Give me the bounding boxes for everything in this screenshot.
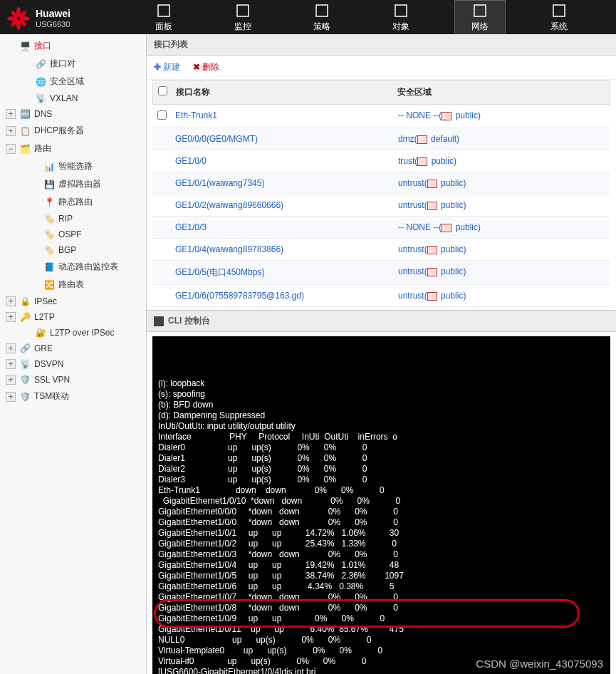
tree-label: SSL VPN (34, 375, 70, 385)
nav-icon (297, 2, 347, 19)
tree-toggle-icon[interactable]: − (6, 144, 16, 154)
tree-toggle-icon[interactable]: + (6, 375, 16, 385)
delete-button[interactable]: ✖ 删除 (193, 62, 219, 72)
interface-link[interactable]: GE1/0/4(waiwang89783866) (175, 244, 283, 254)
add-button[interactable]: ✚ 新建 (154, 62, 180, 72)
zone-text: trust( public) (398, 156, 456, 166)
panel-title: 接口列表 (147, 34, 616, 56)
tree-icon: 🛡️ (19, 392, 31, 402)
logo-area: Huawei USG6630 (0, 1, 107, 34)
cli-console[interactable]: (l): loopback (s): spoofing (b): BFD dow… (152, 336, 610, 674)
sidebar-item-路由表[interactable]: 🔀路由表 (0, 276, 146, 294)
del-label: 删除 (202, 62, 219, 72)
interface-link[interactable]: GE1/0/5(电口450Mbps) (175, 267, 264, 277)
row-checkbox[interactable] (157, 110, 167, 120)
tree-icon: 🏷️ (43, 245, 56, 255)
sidebar-item-DSVPN[interactable]: +📡DSVPN (0, 356, 146, 372)
tree-icon: 💾 (43, 180, 56, 190)
zone-text: untrust( public) (398, 291, 466, 301)
sidebar-item-接口对[interactable]: 🔗接口对 (0, 55, 146, 73)
tree-icon: 📡 (34, 93, 47, 103)
tree-toggle-icon[interactable]: + (6, 392, 16, 402)
interface-link[interactable]: GE1/0/0 (175, 156, 207, 166)
nav-对象[interactable]: 对象 (376, 1, 426, 34)
tree-label: 虚拟路由器 (58, 178, 101, 190)
tree-label: 路由表 (58, 279, 84, 291)
tree-toggle-icon[interactable]: + (6, 126, 16, 136)
interface-link[interactable]: GE1/0/2(waiwang89660666) (175, 200, 283, 210)
terminal-icon (154, 316, 164, 326)
tree-label: L2TP (34, 312, 55, 322)
sidebar-item-IPSec[interactable]: +🔒IPSec (0, 294, 146, 309)
nav-label: 面板 (139, 21, 189, 33)
table-row: GE1/0/3-- NONE --( public) (152, 217, 610, 239)
tree-label: 静态路由 (58, 196, 93, 208)
nav-icon (218, 2, 268, 19)
interface-link[interactable]: GE0/0/0(GE0/MGMT) (175, 134, 258, 144)
tree-label: DHCP服务器 (34, 125, 84, 137)
add-label: 新建 (163, 62, 180, 72)
sidebar-item-智能选路[interactable]: 📊智能选路 (0, 157, 146, 175)
tree-toggle-icon[interactable]: + (6, 343, 16, 353)
tree-label: DNS (34, 109, 52, 119)
watermark: CSDN @weixin_43075093 (476, 658, 603, 670)
interface-link[interactable]: GE1/0/1(waiwang7345) (175, 178, 264, 188)
tree-label: IPSec (34, 296, 57, 306)
tree-icon: 🔤 (19, 109, 31, 119)
sidebar: 🖥️接口🔗接口对🌐安全区域📡VXLAN+🔤DNS+📋DHCP服务器−🗂️路由📊智… (0, 34, 147, 674)
nav-监控[interactable]: 监控 (218, 1, 268, 34)
toolbar: ✚ 新建 ✖ 删除 (147, 56, 616, 80)
svg-rect-9 (237, 5, 249, 16)
sidebar-item-VXLAN[interactable]: 📡VXLAN (0, 90, 146, 106)
highlight-circle (154, 599, 580, 628)
nav-策略[interactable]: 策略 (297, 1, 347, 34)
tree-toggle-icon[interactable]: + (6, 109, 16, 119)
sidebar-item-接口[interactable]: 🖥️接口 (0, 37, 146, 55)
sidebar-item-GRE[interactable]: +🔗GRE (0, 341, 146, 356)
huawei-logo-icon (7, 7, 30, 30)
tree-icon: 🔑 (19, 312, 31, 322)
tree-label: TSM联动 (34, 390, 69, 403)
select-all-checkbox[interactable] (158, 86, 167, 95)
sidebar-item-SSL VPN[interactable]: +🛡️SSL VPN (0, 372, 146, 388)
tree-toggle-icon[interactable]: + (6, 312, 16, 322)
sidebar-item-L2TP over IPSec[interactable]: 🔐L2TP over IPSec (0, 325, 146, 341)
tree-icon: 🖥️ (19, 41, 31, 51)
sidebar-item-TSM联动[interactable]: +🛡️TSM联动 (0, 388, 146, 405)
tree-label: 动态路由监控表 (58, 261, 118, 273)
cli-title: CLI 控制台 (168, 315, 210, 327)
interface-link[interactable]: GE1/0/3 (175, 222, 207, 232)
zone-text: untrust( public) (398, 178, 466, 188)
table-header: 接口名称 安全区域 (152, 80, 610, 105)
tree-toggle-icon[interactable]: + (6, 296, 16, 306)
tree-label: 智能选路 (58, 160, 93, 172)
tree-label: GRE (34, 343, 53, 353)
nav-网络[interactable]: 网络 (455, 1, 505, 34)
nav-面板[interactable]: 面板 (139, 1, 189, 34)
table-row: GE1/0/4(waiwang89783866)untrust( public) (152, 239, 610, 261)
interface-link[interactable]: Eth-Trunk1 (175, 110, 217, 120)
sidebar-item-动态路由监控表[interactable]: 📘动态路由监控表 (0, 258, 146, 276)
nav-系统[interactable]: 系统 (534, 1, 584, 34)
interface-link[interactable]: GE1/0/6(07558978379​5@163.gd) (175, 291, 304, 301)
sidebar-item-L2TP[interactable]: +🔑L2TP (0, 309, 146, 325)
svg-rect-10 (316, 5, 328, 16)
zone-text: dmz( default) (398, 134, 459, 144)
svg-rect-8 (158, 5, 169, 16)
table-row: GE1/0/2(waiwang89660666)untrust( public) (152, 195, 610, 217)
sidebar-item-路由[interactable]: −🗂️路由 (0, 140, 146, 157)
sidebar-item-虚拟路由器[interactable]: 💾虚拟路由器 (0, 175, 146, 193)
tree-icon: 📍 (43, 197, 56, 207)
sidebar-item-DNS[interactable]: +🔤DNS (0, 106, 146, 122)
col-security-zone: 安全区域 (393, 81, 610, 104)
sidebar-item-BGP[interactable]: 🏷️BGP (0, 242, 146, 258)
tree-icon: 🗂️ (19, 144, 31, 154)
sidebar-item-静态路由[interactable]: 📍静态路由 (0, 193, 146, 211)
sidebar-item-安全区域[interactable]: 🌐安全区域 (0, 73, 146, 90)
sidebar-item-RIP[interactable]: 🏷️RIP (0, 211, 146, 227)
sidebar-item-DHCP服务器[interactable]: +📋DHCP服务器 (0, 122, 146, 140)
col-interface-name: 接口名称 (172, 81, 393, 104)
sidebar-item-OSPF[interactable]: 🏷️OSPF (0, 227, 146, 242)
zone-text: untrust( public) (398, 244, 466, 254)
tree-toggle-icon[interactable]: + (6, 359, 16, 369)
